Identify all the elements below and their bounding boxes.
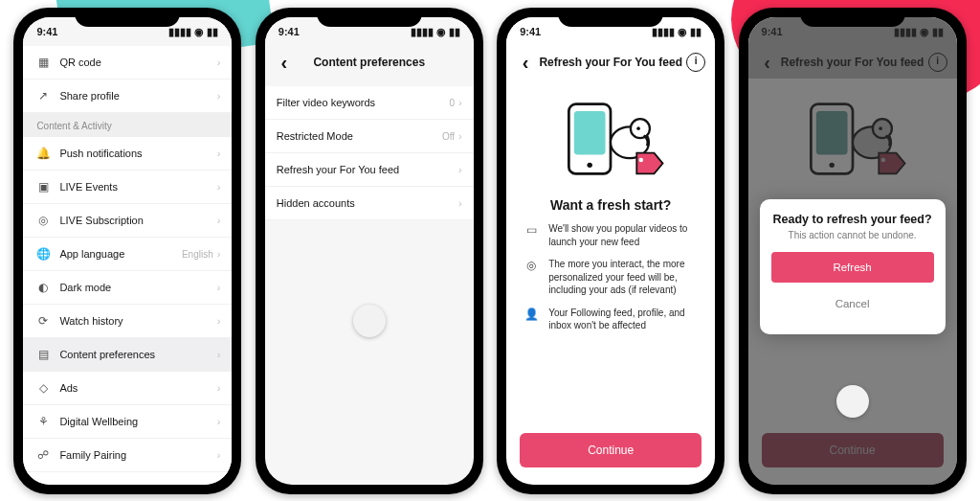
chevron-right-icon: › [217, 248, 221, 260]
settings-row-share-profile[interactable]: ↗ Share profile › [23, 80, 232, 113]
pref-row-refresh-feed[interactable]: Refresh your For You feed › [265, 153, 474, 187]
settings-row-accessibility[interactable]: ⚑ Accessibility › [23, 472, 232, 485]
status-time: 9:41 [278, 26, 300, 37]
row-label: Content preferences [59, 349, 216, 360]
svg-point-5 [636, 126, 640, 130]
chevron-right-icon: › [217, 483, 221, 485]
button-label: Continue [588, 444, 634, 457]
family-icon: ☍ [34, 448, 52, 462]
target-icon: ◎ [523, 258, 539, 273]
chevron-right-icon: › [217, 449, 221, 461]
settings-row-push-notifications[interactable]: 🔔 Push notifications › [23, 137, 232, 171]
row-label: Accessibility [59, 483, 216, 485]
button-label: Refresh [833, 262, 871, 273]
bullet-item: ◎ The more you interact, the more person… [523, 258, 698, 297]
nav-bar: ‹ Content preferences [265, 46, 474, 79]
history-icon: ⟳ [34, 314, 52, 328]
settings-row-digital-wellbeing[interactable]: ⚘ Digital Wellbeing › [23, 405, 232, 439]
wifi-icon: ◉ [436, 27, 446, 37]
pref-row-hidden-accounts[interactable]: Hidden accounts › [265, 187, 474, 220]
chevron-right-icon: › [217, 382, 221, 394]
battery-icon: ▮▮ [449, 27, 460, 37]
prefs-icon: ▤ [34, 348, 52, 361]
settings-row-qr-code[interactable]: ▦ QR code › [23, 46, 232, 80]
signal-icon: ▮▮▮▮ [652, 27, 675, 37]
row-label: Digital Wellbeing [59, 416, 216, 427]
bell-icon: 🔔 [34, 147, 52, 160]
button-label: Cancel [835, 298, 870, 309]
assistive-touch-dot[interactable] [353, 305, 386, 337]
settings-row-app-language[interactable]: 🌐 App language English › [23, 238, 232, 271]
svg-rect-1 [574, 111, 606, 154]
bullet-text: The more you interact, the more personal… [548, 258, 698, 297]
svg-point-2 [588, 163, 592, 168]
live-icon: ▣ [34, 180, 52, 194]
wellbeing-icon: ⚘ [34, 415, 52, 428]
battery-icon: ▮▮ [690, 27, 702, 37]
qr-icon: ▦ [34, 56, 52, 69]
status-time: 9:41 [520, 26, 541, 37]
chevron-right-icon: › [217, 215, 221, 226]
refresh-button[interactable]: Refresh [771, 252, 934, 283]
row-trail: Off [442, 131, 455, 142]
battery-icon: ▮▮ [207, 27, 218, 37]
chevron-right-icon: › [217, 315, 221, 327]
chevron-right-icon: › [217, 349, 221, 360]
settings-row-watch-history[interactable]: ⟳ Watch history › [23, 305, 232, 338]
row-label: Refresh your For You feed [277, 164, 458, 175]
share-icon: ↗ [34, 89, 52, 102]
bullet-item: ▭ We'll show you popular videos to launc… [523, 222, 698, 248]
signal-icon: ▮▮▮▮ [411, 27, 434, 37]
row-label: Share profile [59, 90, 216, 102]
back-button[interactable]: ‹ [275, 53, 294, 72]
chevron-right-icon: › [217, 181, 221, 193]
page-title: Refresh your For You feed [539, 56, 682, 69]
cancel-button[interactable]: Cancel [771, 288, 934, 319]
hero-illustration [506, 92, 715, 188]
chevron-left-icon: ‹ [523, 52, 529, 74]
row-label: QR code [59, 57, 216, 68]
chevron-right-icon: › [217, 148, 221, 159]
pref-row-filter-keywords[interactable]: Filter video keywords 0 › [265, 86, 474, 120]
row-label: LIVE Events [59, 181, 216, 193]
pref-row-restricted-mode[interactable]: Restricted Mode Off › [265, 120, 474, 153]
person-icon: 👤 [523, 307, 539, 322]
wifi-icon: ◉ [194, 27, 204, 37]
svg-point-6 [639, 158, 644, 163]
settings-row-live-events[interactable]: ▣ LIVE Events › [23, 171, 232, 204]
chevron-right-icon: › [217, 57, 221, 68]
continue-button[interactable]: Continue [520, 433, 702, 467]
row-label: Hidden accounts [277, 197, 458, 209]
info-button[interactable]: i [686, 53, 705, 72]
back-button[interactable]: ‹ [516, 53, 535, 72]
row-label: Push notifications [59, 148, 216, 159]
moon-icon: ◐ [34, 281, 52, 294]
signal-icon: ▮▮▮▮ [168, 27, 191, 37]
bullet-text: Your Following feed, profile, and inbox … [548, 307, 698, 332]
row-trail: English [182, 249, 213, 260]
settings-row-family-pairing[interactable]: ☍ Family Pairing › [23, 439, 232, 472]
settings-row-dark-mode[interactable]: ◐ Dark mode › [23, 271, 232, 305]
chevron-left-icon: ‹ [280, 52, 287, 74]
globe-icon: 🌐 [34, 247, 52, 261]
page-title: Content preferences [313, 56, 425, 69]
headline: Want a fresh start? [506, 197, 715, 213]
row-label: LIVE Subscription [59, 215, 216, 226]
chevron-right-icon: › [458, 97, 462, 108]
video-icon: ▭ [523, 222, 539, 238]
row-label: Restricted Mode [277, 130, 442, 142]
livesub-icon: ◎ [34, 214, 52, 227]
bullet-text: We'll show you popular videos to launch … [548, 222, 698, 248]
row-label: Watch history [59, 315, 216, 327]
chevron-right-icon: › [217, 416, 221, 427]
settings-row-ads[interactable]: ◇ Ads › [23, 372, 232, 405]
row-label: Dark mode [59, 282, 216, 293]
settings-row-content-preferences[interactable]: ▤ Content preferences › [23, 338, 232, 372]
assistive-touch-dot[interactable] [836, 385, 869, 418]
accessibility-icon: ⚑ [34, 482, 52, 485]
wifi-icon: ◉ [678, 27, 687, 37]
chevron-right-icon: › [217, 282, 221, 293]
row-label: Family Pairing [59, 449, 216, 461]
chevron-right-icon: › [458, 164, 462, 175]
settings-row-live-subscription[interactable]: ◎ LIVE Subscription › [23, 204, 232, 238]
